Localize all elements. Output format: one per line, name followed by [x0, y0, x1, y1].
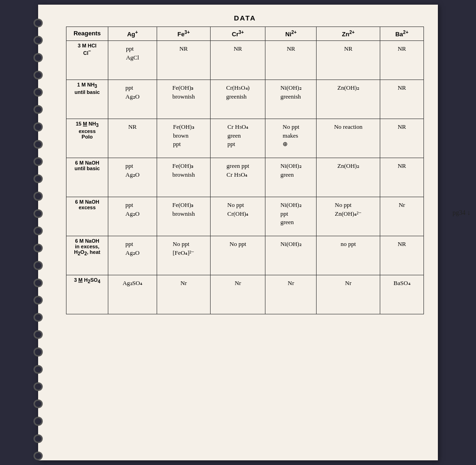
fe-nh3-15: Fe(OH)₃ brown ppt [157, 119, 210, 158]
cr-naoh-excess: No ppt Cr(OH)₄ [210, 197, 265, 236]
reagent-label: 6 M NaOH until basic [66, 158, 108, 197]
cr-hcl: NR [210, 41, 265, 80]
spiral-binding [30, 5, 46, 460]
ni-h2so4: Nr [265, 275, 317, 314]
ba-naoh-h2o2: NR [380, 236, 424, 275]
cr-h2so4: Nr [210, 275, 265, 314]
fe-h2so4: Nr [157, 275, 210, 314]
ag-naoh-excess: ppt Ag₂O [108, 197, 157, 236]
ni-nh3-1: Ni(OH)₂ greenish [265, 80, 317, 119]
table-row: 15 M NH3 excess Polo NR Fe(OH)₃ brown pp… [66, 119, 424, 158]
ni-hcl: NR [265, 41, 317, 80]
ba-naoh-excess: Nr [380, 197, 424, 236]
ag-naoh-basic: ppt Ag₂O [108, 158, 157, 197]
zn-hcl: NR [317, 41, 380, 80]
reagent-label: 6 M NaOH excess [66, 197, 108, 236]
reagent-label: 3 M HCl Cl− [66, 41, 108, 80]
data-table: Reagents Ag+ Fe3+ Cr3+ Ni2+ Zn2+ Ba2+ 3 … [66, 27, 424, 314]
fe-naoh-basic: Fe(OH)₃ brownish [157, 158, 210, 197]
table-row: 3 M H2SO4 Ag₂SO₄ Nr Nr Nr Nr BaS [66, 275, 424, 314]
zn-nh3-1: Zn(OH)₂ [317, 80, 380, 119]
header-ag: Ag+ [108, 27, 157, 41]
zn-naoh-h2o2: no ppt [317, 236, 380, 275]
table-row: 1 M NH3 until basic ppt Ag₂O Fe(OH)₃ bro… [66, 80, 424, 119]
zn-nh3-15: No reaction [317, 119, 380, 158]
fe-naoh-excess: Fe(OH)₃ brownish [157, 197, 210, 236]
table-row: 6 M NaOH in excess, H2O2, heat ppt Ag₂O … [66, 236, 424, 275]
cr-nh3-1: Cr(H₅O₄) greenish [210, 80, 265, 119]
page-note: pg34 ↓ [453, 209, 471, 217]
reagent-label: 1 M NH3 until basic [66, 80, 108, 119]
reagent-label: 3 M H2SO4 [66, 275, 108, 314]
ni-naoh-h2o2: Ni(OH)₂ [265, 236, 317, 275]
ag-nh3-1: ppt Ag₂O [108, 80, 157, 119]
ag-naoh-h2o2: ppt Ag₂O [108, 236, 157, 275]
ni-naoh-excess: Ni(OH)₂ ppt green [265, 197, 317, 236]
ag-nh3-15: NR [108, 119, 157, 158]
header-fe: Fe3+ [157, 27, 210, 41]
fe-naoh-h2o2: No ppt [FeO₄]²⁻ [157, 236, 210, 275]
header-ba: Ba2+ [380, 27, 424, 41]
cr-naoh-h2o2: No ppt [210, 236, 265, 275]
cr-nh3-15: Cr H₅O₄ green ppt [210, 119, 265, 158]
ni-nh3-15: No ppt makes ⊕ [265, 119, 317, 158]
cr-naoh-basic: green ppt Cr H₅O₄ [210, 158, 265, 197]
ba-nh3-1: NR [380, 80, 424, 119]
reagent-label: 15 M NH3 excess Polo [66, 119, 108, 158]
ag-h2so4: Ag₂SO₄ [108, 275, 157, 314]
reagent-label: 6 M NaOH in excess, H2O2, heat [66, 236, 108, 275]
fe-hcl: NR [157, 41, 210, 80]
table-row: 6 M NaOH until basic ppt Ag₂O Fe(OH)₃ br… [66, 158, 424, 197]
header-reagents: Reagents [66, 27, 108, 41]
ni-naoh-basic: Ni(OH)₂ green [265, 158, 317, 197]
table-row: 3 M HCl Cl− ppt AgCl NR NR NR NR [66, 41, 424, 80]
header-ni: Ni2+ [265, 27, 317, 41]
ba-naoh-basic: NR [380, 158, 424, 197]
zn-naoh-basic: Zn(OH)₂ [317, 158, 380, 197]
ag-hcl: ppt AgCl [108, 41, 157, 80]
notebook-page: pg34 ↓ DATA Reagents Ag+ Fe3+ Cr3+ Ni2+ … [38, 5, 438, 460]
table-row: 6 M NaOH excess ppt Ag₂O Fe(OH)₃ brownis… [66, 197, 424, 236]
page-title: DATA [66, 14, 424, 22]
header-zn: Zn2+ [317, 27, 380, 41]
zn-naoh-excess: No ppt Zn(OH)₄²⁻ [317, 197, 380, 236]
header-cr: Cr3+ [210, 27, 265, 41]
zn-h2so4: Nr [317, 275, 380, 314]
fe-nh3-1: Fe(OH)₃ brownish [157, 80, 210, 119]
ba-hcl: NR [380, 41, 424, 80]
ba-h2so4: BaSO₄ [380, 275, 424, 314]
ba-nh3-15: NR [380, 119, 424, 158]
